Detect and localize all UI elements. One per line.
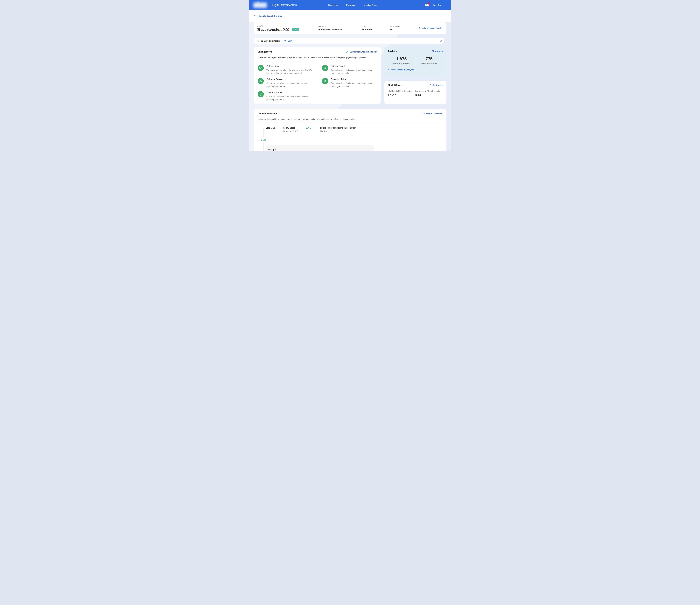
header-right: 1 John Deo [425,0,445,10]
pencil-icon [420,112,423,115]
likelihood-value: Min 1.5 [320,130,366,132]
program-id-block: #12375 Hypertension_MC LIVE [257,25,313,31]
clipboard-checklist-icon [322,65,328,71]
and-operator: AND [306,127,320,129]
profile-desc: One or two lines that is sent to member … [267,82,312,88]
er-likelihood-value: 3.5-4 [416,94,443,97]
tree-connector-top [263,128,265,137]
program-name: Hypertension_MC [257,28,290,31]
view-conflicts-label: View [288,40,292,42]
likelihood-block: Likelihood of developing the condition M… [320,127,366,132]
refresh-label: Refresh [435,50,443,52]
profile-direction-taker: Direction Taker One or two lines that is… [322,78,377,88]
brand-logo-blurred [253,2,267,8]
engagement-description: These are messages that is sent by syste… [257,56,377,58]
condition-profile-title: Condition Profile [257,112,277,115]
view-detailed-analysis-link[interactable]: View Detailed Analysis [388,68,414,71]
profile-self-achiever: Self Achiever We Know you strive to make… [257,65,322,75]
eye-icon [284,40,286,42]
condition-profile-description: Below are the conditions created for thi… [257,118,443,120]
perseverance-icon [257,91,264,97]
engagement-card: Engagement Customize Engagement Text The… [254,47,381,104]
conflicts-text: 11 Conflicts detected [261,40,280,42]
customize-model-score-button[interactable]: Customize [429,84,443,87]
condition-profile-card: Condition Profile Configre Condition Bel… [254,109,446,151]
pencil-icon [418,27,421,29]
mail-icon[interactable]: 1 [425,3,429,6]
conflicts-banner: 11 Conflicts detected View [254,38,445,44]
lob-label: LOB [362,25,390,27]
page: Digital Stratification Dashboard Program… [249,0,451,151]
profile-name: Self Achiever [267,65,312,68]
nav-member-profile[interactable]: Member Profile [364,4,377,6]
model-score-title: Model Score [388,84,402,87]
profile-name: Priority Juggler [331,65,377,68]
psychographic-profiles-grid: Self Achiever We Know you strive to make… [257,65,377,101]
created-by-value: John Doe on 4/03/2022 [317,28,362,31]
pencil-icon [429,84,431,87]
member-identified-label: Member Identified [388,62,415,65]
profile-willfull-endurer: Willfull Endurer One or two lines that i… [257,91,322,101]
customize-engagement-label: Customize Engagement Text [350,51,377,53]
group-title: Group 1 [268,148,371,151]
program-id: #12375 [257,25,313,27]
profile-priority-juggler: Priority Juggler One or two lines that i… [322,65,377,75]
acuity-score-block: Acuity Score Between 1.5 -2.5 [283,127,306,132]
back-arrow-icon [254,14,257,18]
member-enrolled-value: 775 [416,56,443,61]
er-likelihood-block: Likelihood of ER in 6 months 3.5-4 [416,90,443,97]
status-badge: LIVE [292,28,299,31]
engagement-title: Engagement [257,50,272,53]
back-link-label: Back to Search Program [259,15,282,17]
analysis-title: Analysis [388,50,397,53]
app-title: Digital Stratification [272,3,297,7]
graduation-cap-icon [257,65,264,71]
states-label: No of states [390,25,418,27]
mail-badge: 1 [428,2,430,5]
profile-desc: One or two lines that is sent to member … [331,82,377,88]
main-nav: Dashboard Programs Member Profile [328,0,377,10]
back-bar: Back to Search Program [249,10,451,22]
refresh-button[interactable]: Refresh [432,50,443,53]
chevron-down-icon [443,4,445,6]
nav-programs[interactable]: Programs [346,4,355,6]
model-score-card: Model Score Customize Likelihood of IP i… [384,80,446,104]
likelihood-label: Likelihood of developing the condition [320,127,366,129]
ip-likelihood-value: 2.5 -3.5 [388,94,415,97]
condition-name: Diabetes [266,127,283,129]
user-menu[interactable]: John Deo [432,4,445,6]
states-value: 50 [390,28,418,31]
member-enrolled-label: Member Enrolled [416,62,443,65]
runner-icon [322,78,328,84]
pencil-icon [346,50,348,53]
edit-program-details-button[interactable]: Edit Program details [418,27,443,29]
top-navbar: Digital Stratification Dashboard Program… [249,0,451,10]
group-and-operator: AND [261,139,266,142]
customize-engagement-button[interactable]: Customize Engagement Text [346,50,377,53]
lob-value: Medicaid [362,28,390,31]
back-to-search-link[interactable]: Back to Search Program [254,14,282,18]
er-likelihood-label: Likelihood of ER in 6 months [416,90,443,92]
close-icon[interactable] [440,40,443,42]
ip-likelihood-label: Likelihood of IP in 6 months [388,90,415,92]
customize-model-score-label: Customize [432,84,443,86]
meditation-icon [257,78,264,84]
acuity-score-label: Acuity Score [283,127,306,129]
profile-name: Direction Taker [331,78,377,81]
profile-name: Balance Seeker [267,78,312,81]
nav-dashboard[interactable]: Dashboard [328,4,338,6]
view-conflicts-link[interactable]: View [284,40,292,42]
lob-block: LOB Medicaid [362,25,390,31]
profile-desc: One or two lines that is sent to member … [331,69,377,75]
program-header-card: #12375 Hypertension_MC LIVE Created by J… [254,22,446,34]
eye-icon [388,68,390,71]
created-by-block: Created by John Doe on 4/03/2022 [317,25,362,31]
model-score-columns: Likelihood of IP in 6 months 2.5 -3.5 Li… [388,90,443,97]
profile-name: Willfull Endurer [267,91,312,94]
acuity-score-value: Between 1.5 -2.5 [283,130,306,132]
analysis-card: Analysis Refresh 1,875 Member Identified… [384,47,446,77]
warning-triangle-icon [256,39,259,43]
configure-condition-button[interactable]: Configre Condition [420,112,443,115]
brand-logo[interactable] [252,1,269,9]
profile-balance-seeker: Balance Seeker One or two lines that is … [257,78,322,88]
